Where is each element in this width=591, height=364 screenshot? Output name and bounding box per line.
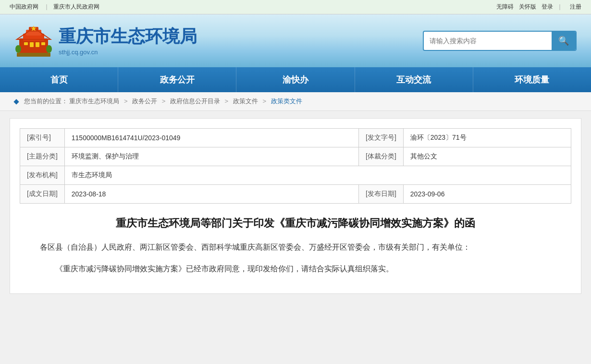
link-wuzhangai[interactable]: 无障碍	[496, 3, 514, 10]
table-row: [成文日期] 2023-08-18 [发布日期] 2023-09-06	[20, 185, 571, 204]
search-input[interactable]	[424, 33, 552, 49]
logo-text-block: 重庆市生态环境局 sthjj.cq.gov.cn	[59, 26, 197, 56]
table-row: [主题分类] 环境监测、保护与治理 [体裁分类] 其他公文	[20, 147, 571, 166]
search-button[interactable]: 🔍	[552, 32, 576, 50]
value-chengwen-date: 2023-08-18	[64, 185, 358, 204]
breadcrumb-zhengce[interactable]: 政策文件	[233, 97, 258, 105]
value-suoyinhao: 11500000MB1614741U/2023-01049	[64, 129, 358, 147]
label-ticai: [体裁分类]	[359, 147, 404, 166]
document-title: 重庆市生态环境局等部门关于印发《重庆市减污降碳协同增效实施方案》的函	[20, 215, 571, 231]
logo-icon	[14, 24, 53, 58]
breadcrumb-current: 政策类文件	[271, 97, 302, 105]
link-guanhuaiban[interactable]: 关怀版	[519, 3, 536, 10]
nav-bar: 首页 政务公开 渝快办 互动交流 环境质量	[0, 67, 591, 92]
top-bar: 中国政府网 ｜ 重庆市人民政府网 无障碍 关怀版 登录 ｜ 注册	[0, 0, 591, 14]
table-row: [发布机构] 市生态环境局	[20, 166, 571, 185]
link-register[interactable]: 注册	[570, 3, 581, 10]
value-fabu-date: 2023-09-06	[403, 185, 571, 204]
value-ticai: 其他公文	[403, 147, 571, 166]
svg-rect-8	[24, 42, 28, 45]
svg-rect-9	[41, 42, 45, 45]
value-fawenzihao: 渝环〔2023〕71号	[403, 129, 571, 147]
breadcrumb-zhengwu[interactable]: 政务公开	[132, 97, 157, 105]
top-bar-right: 无障碍 关怀版 登录 ｜ 注册	[492, 3, 581, 11]
table-row: [索引号] 11500000MB1614741U/2023-01049 [发文字…	[20, 129, 571, 147]
top-bar-left: 中国政府网 ｜ 重庆市人民政府网	[10, 3, 101, 11]
breadcrumb-home[interactable]: 重庆市生态环境局	[69, 97, 119, 105]
breadcrumb: 您当前的位置： 重庆市生态环境局 > 政务公开 > 政府信息公开目录 > 政策文…	[0, 92, 591, 111]
logo-title: 重庆市生态环境局	[59, 26, 197, 47]
value-fabu-jigou: 市生态环境局	[64, 166, 571, 185]
label-fabu-date: [发布日期]	[359, 185, 404, 204]
search-box[interactable]: 🔍	[423, 31, 577, 51]
label-suoyinhao: [索引号]	[20, 129, 65, 147]
svg-rect-0	[19, 38, 48, 55]
svg-point-11	[15, 45, 21, 53]
svg-rect-7	[36, 42, 39, 47]
nav-item-huanjing[interactable]: 环境质量	[473, 67, 591, 92]
link-chongqing-gov[interactable]: 重庆市人民政府网	[53, 3, 99, 10]
link-login[interactable]: 登录	[542, 3, 553, 10]
nav-item-hudong[interactable]: 互动交流	[355, 67, 473, 92]
nav-item-zhengwu[interactable]: 政务公开	[118, 67, 236, 92]
link-zhongguo-gov[interactable]: 中国政府网	[10, 3, 38, 10]
paragraph-2: 《重庆市减污降碳协同增效实施方案》已经市政府同意，现印发给你们，请结合实际认真组…	[25, 262, 566, 276]
nav-item-yukuaiban[interactable]: 渝快办	[236, 67, 355, 92]
breadcrumb-gonkai[interactable]: 政府信息公开目录	[170, 97, 220, 105]
svg-rect-10	[17, 53, 50, 57]
doc-meta-table: [索引号] 11500000MB1614741U/2023-01049 [发文字…	[20, 128, 571, 204]
document-body: 各区县（自治县）人民政府、两江新区管委会、西部科学城重庆高新区管委会、万盛经开区…	[20, 241, 571, 276]
logo-subtitle: sthjj.cq.gov.cn	[59, 49, 197, 56]
label-chengwen-date: [成文日期]	[20, 185, 65, 204]
svg-point-12	[46, 45, 52, 53]
header: 重庆市生态环境局 sthjj.cq.gov.cn 🔍	[0, 14, 591, 67]
paragraph-1: 各区县（自治县）人民政府、两江新区管委会、西部科学城重庆高新区管委会、万盛经开区…	[25, 241, 566, 255]
label-fawenzihao: [发文字号]	[359, 129, 404, 147]
label-fabu-jigou: [发布机构]	[20, 166, 65, 185]
nav-item-home[interactable]: 首页	[0, 67, 118, 92]
label-zhuti: [主题分类]	[20, 147, 65, 166]
breadcrumb-icon	[13, 99, 19, 104]
content-area: [索引号] 11500000MB1614741U/2023-01049 [发文字…	[10, 118, 581, 294]
value-zhuti: 环境监测、保护与治理	[64, 147, 358, 166]
svg-rect-6	[30, 42, 34, 47]
header-logo: 重庆市生态环境局 sthjj.cq.gov.cn	[14, 24, 197, 58]
